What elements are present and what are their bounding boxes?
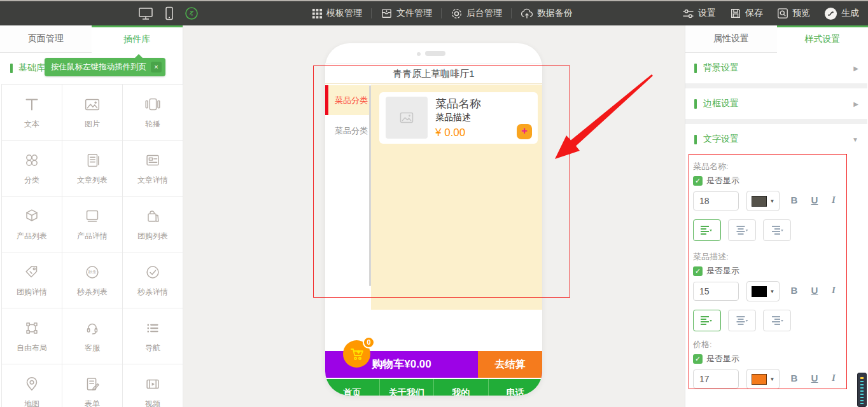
mobile-preview-icon[interactable] [164, 6, 174, 21]
chevron-right-icon: ▶ [853, 100, 858, 107]
widget-groupon-detail[interactable]: 团购详情 [2, 252, 62, 308]
align-right-button[interactable] [763, 310, 791, 331]
left-panel-tabs: 页面管理 插件库 [0, 25, 183, 53]
bottom-nav: 首页 关于我们 我的 电话 [325, 379, 542, 396]
nav-item-home[interactable]: 首页 [325, 379, 379, 396]
section-text-settings[interactable]: 文字设置 ▼ [685, 124, 867, 155]
scrollbar-thumb[interactable] [857, 373, 867, 407]
dish-category-item-active[interactable]: 菜品分类 [325, 85, 369, 115]
font-size-input[interactable] [693, 191, 739, 210]
bold-button[interactable]: B [787, 373, 801, 383]
font-color-dropdown[interactable]: ▼ [746, 191, 780, 211]
preview-button[interactable]: 预览 [777, 8, 810, 19]
widget-product-list[interactable]: 产品列表 [2, 197, 62, 252]
widget-image[interactable]: 图片 [62, 85, 123, 141]
green-bar [10, 64, 13, 73]
italic-button[interactable]: I [827, 195, 841, 205]
font-size-input[interactable] [693, 282, 739, 301]
align-left-button[interactable] [693, 219, 721, 241]
bold-button[interactable]: B [787, 285, 801, 296]
widget-seckill-detail[interactable]: 秒杀详情 [123, 252, 183, 308]
widget-category[interactable]: 分类 [2, 141, 62, 197]
widget-groupon-list[interactable]: 团购列表 [123, 197, 183, 252]
align-center-button[interactable] [728, 219, 756, 241]
underline-button[interactable]: U [808, 195, 822, 205]
phone-preview: 青青原上草咖啡厅1 菜品分类 菜品分类 菜品名称 菜品描述 ¥ 0.00 + 购… [325, 43, 542, 396]
section-border-settings[interactable]: 边框设置 ▶ [685, 88, 867, 119]
cart-bar: 购物车¥0.00 去结算 0 [325, 351, 542, 378]
menu-data-backup[interactable]: 数据备份 [521, 8, 573, 20]
widget-label: 分类 [24, 175, 39, 186]
shop-title[interactable]: 青青原上草咖啡厅1 [325, 63, 542, 84]
widget-article-list[interactable]: 文章列表 [62, 141, 123, 197]
font-size-input[interactable] [693, 369, 739, 389]
menu-plugin-preview[interactable]: 菜品分类 菜品分类 菜品名称 菜品描述 ¥ 0.00 + 购物车¥0.00 去结… [325, 85, 542, 310]
cart-icon [349, 347, 365, 362]
widget-map[interactable]: 地图 [2, 364, 62, 407]
align-left-icon [701, 226, 713, 235]
settings-button[interactable]: 设置 [682, 8, 716, 19]
font-color-dropdown[interactable]: ▼ [746, 281, 780, 301]
align-right-button[interactable] [763, 219, 791, 241]
widget-label: 秒杀详情 [137, 287, 168, 298]
group-label: 菜品名称: [693, 161, 729, 172]
tab-plugin-library[interactable]: 插件库 [92, 25, 183, 53]
menu-backend-manage[interactable]: 后台管理 [451, 8, 502, 20]
widget-text[interactable]: 文本 [2, 85, 62, 141]
align-left-button[interactable] [693, 310, 721, 331]
nav-item-phone[interactable]: 电话 [488, 379, 543, 396]
checkbox-checked[interactable]: ✓ [693, 354, 703, 364]
align-center-icon [736, 226, 748, 235]
left-sidebar: 页面管理 插件库 基础库 按住鼠标左键拖动插件到页 × 文本 图片 轮播 分类 … [0, 25, 183, 407]
dish-description: 菜品描述 [435, 112, 471, 123]
link-icon[interactable] [185, 6, 199, 20]
nav-item-about[interactable]: 关于我们 [379, 379, 434, 396]
widget-free-layout[interactable]: 自由布局 [2, 308, 62, 364]
nav-item-mine[interactable]: 我的 [433, 379, 488, 396]
underline-button[interactable]: U [808, 373, 822, 383]
cloud-upload-icon [521, 8, 533, 20]
show-label: 是否显示 [706, 353, 739, 364]
align-center-button[interactable] [728, 310, 756, 331]
menu-template-manage[interactable]: 模板管理 [312, 8, 362, 19]
library-label: 基础库 [18, 62, 45, 74]
tab-page-manage[interactable]: 页面管理 [0, 25, 92, 53]
tab-attribute-settings[interactable]: 属性设置 [685, 25, 777, 53]
widget-label: 文章详情 [137, 175, 168, 186]
toolbar-menu: 模板管理 文件管理 后台管理 数据备份 [312, 1, 573, 25]
tooltip-close-icon[interactable]: × [151, 62, 162, 72]
widget-form[interactable]: 表单 [62, 364, 123, 407]
font-color-dropdown[interactable]: ▼ [746, 369, 780, 389]
section-background-settings[interactable]: 背景设置 ▶ [685, 53, 867, 83]
widget-carousel[interactable]: 轮播 [123, 85, 183, 141]
save-button[interactable]: 保存 [730, 8, 763, 19]
green-bar [694, 135, 697, 144]
checkbox-checked[interactable]: ✓ [693, 176, 703, 186]
menu-file-manage[interactable]: 文件管理 [381, 8, 432, 20]
checkout-button[interactable]: 去结算 [478, 351, 542, 378]
underline-button[interactable]: U [808, 285, 822, 296]
seckill-detail-widget-icon [143, 263, 162, 282]
widget-nav[interactable]: 导航 [123, 308, 183, 364]
desktop-preview-icon[interactable] [137, 6, 154, 21]
generate-button[interactable]: 生成 [824, 7, 859, 20]
widget-product-detail[interactable]: 产品详情 [62, 197, 123, 252]
add-dish-button[interactable]: + [517, 124, 532, 139]
form-widget-icon [83, 375, 102, 394]
widget-article-detail[interactable]: 文章详情 [123, 141, 183, 197]
text-widget-icon [22, 95, 41, 114]
toolbar-divider [371, 8, 372, 18]
checkbox-checked[interactable]: ✓ [693, 266, 703, 276]
video-widget-icon [143, 375, 162, 394]
section-label: 边框设置 [703, 98, 739, 109]
bold-button[interactable]: B [787, 195, 801, 205]
widget-seckill-list[interactable]: 秒杀 秒杀列表 [62, 252, 123, 308]
dish-card[interactable]: 菜品名称 菜品描述 ¥ 0.00 + [379, 92, 538, 144]
widget-service[interactable]: 客服 [62, 308, 123, 364]
italic-button[interactable]: I [827, 285, 841, 296]
widget-video[interactable]: 视频 [123, 364, 183, 407]
groupon-detail-widget-icon [22, 263, 41, 282]
italic-button[interactable]: I [827, 373, 841, 383]
tab-style-settings[interactable]: 样式设置 [777, 25, 868, 53]
dish-category-item[interactable]: 菜品分类 [325, 116, 369, 146]
